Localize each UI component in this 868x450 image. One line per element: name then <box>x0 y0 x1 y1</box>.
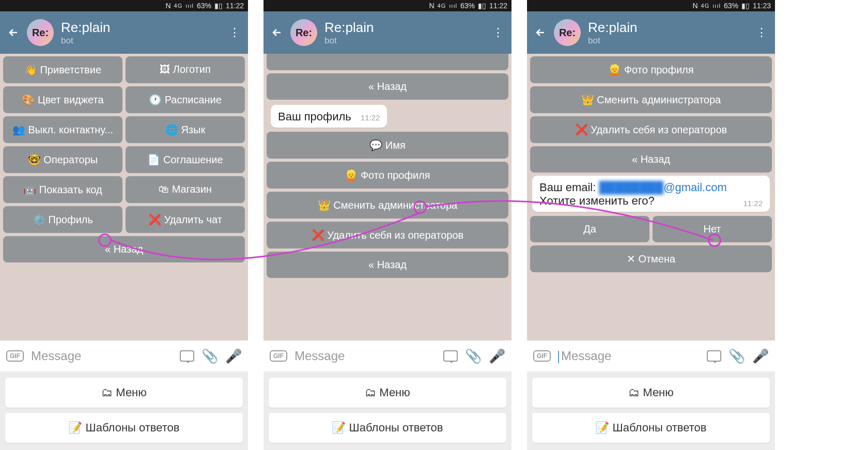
battery-glyph: ▮▯ <box>741 2 750 10</box>
btn-greeting[interactable]: 👋 Приветствие <box>3 56 122 83</box>
chat-header: Re: Re:plain bot ⋮ <box>264 11 512 54</box>
attach-icon[interactable]: 📎 <box>202 348 218 364</box>
message-input[interactable]: Message <box>558 349 700 363</box>
message-time: 11:22 <box>361 113 380 122</box>
reply-keyboard: 🗂 Меню 📝 Шаблоны ответов <box>0 371 248 450</box>
attach-icon[interactable]: 📎 <box>465 348 482 364</box>
status-bar: N 4G ıııl 63% ▮▯ 11:23 <box>527 0 775 11</box>
templates-button[interactable]: 📝 Шаблоны ответов <box>5 413 243 443</box>
btn-language[interactable]: 🌐 Язык <box>126 116 245 143</box>
btn-back-bottom[interactable]: « Назад <box>267 252 508 278</box>
btn-prev-item[interactable] <box>267 54 508 70</box>
btn-contact-off[interactable]: 👥 Выкл. контактну... <box>3 116 122 143</box>
avatar[interactable]: Re: <box>554 19 581 46</box>
menu-button[interactable]: 🗂 Меню <box>5 378 243 408</box>
btn-remove-self[interactable]: ❌ Удалить себя из операторов <box>530 116 772 143</box>
title-block[interactable]: Re:plain bot <box>324 20 485 46</box>
more-icon[interactable]: ⋮ <box>755 26 768 39</box>
chat-area-3: 👱 Фото профиля 👑 Сменить администратора … <box>527 54 775 340</box>
chat-title: Re:plain <box>324 20 485 36</box>
btn-profile[interactable]: ⚙️ Профиль <box>3 206 122 233</box>
menu-button[interactable]: 🗂 Меню <box>269 378 506 408</box>
phone-screen-1: N 4G ıııl 63% ▮▯ 11:22 Re: Re:plain bot … <box>0 0 248 450</box>
btn-change-admin[interactable]: 👑 Сменить администратора <box>530 86 772 113</box>
avatar[interactable]: Re: <box>27 19 54 46</box>
keyboard-icon[interactable] <box>707 350 721 362</box>
chat-subtitle: bot <box>61 36 221 46</box>
gif-button[interactable]: GIF <box>533 350 551 362</box>
keyboard-icon[interactable] <box>443 350 458 362</box>
nfc-icon: N <box>165 2 171 10</box>
mic-icon[interactable]: 🎤 <box>489 348 505 364</box>
btn-back[interactable]: « Назад <box>3 236 245 262</box>
message-bubble-email: Ваш email: ████████@gmail.com Хотите изм… <box>532 176 770 212</box>
message-bubble: Ваш профиль 11:22 <box>271 105 387 128</box>
status-time: 11:22 <box>489 2 507 10</box>
chat-header: Re: Re:plain bot ⋮ <box>0 11 248 54</box>
btn-back-top[interactable]: « Назад <box>267 73 508 100</box>
btn-schedule[interactable]: 🕐 Расписание <box>126 86 245 113</box>
btn-photo[interactable]: 👱 Фото профиля <box>267 162 508 189</box>
message-time: 11:22 <box>743 199 763 208</box>
title-block[interactable]: Re:plain bot <box>61 20 221 46</box>
message-text: Ваш профиль <box>278 110 351 123</box>
gif-button[interactable]: GIF <box>270 350 287 362</box>
more-icon[interactable]: ⋮ <box>492 26 504 39</box>
input-bar: GIF Message 📎 🎤 <box>264 340 512 371</box>
attach-icon[interactable]: 📎 <box>729 348 745 364</box>
network-icon: 4G <box>438 3 446 9</box>
btn-logo[interactable]: 🖼 Логотип <box>126 56 245 83</box>
btn-operators[interactable]: 🤓 Операторы <box>3 146 122 173</box>
chat-area-1: 👋 Приветствие🖼 Логотип 🎨 Цвет виджета🕐 Р… <box>0 54 248 340</box>
email-blurred: ████████ <box>599 181 663 194</box>
status-time: 11:23 <box>753 2 771 10</box>
signal-icon: ıııl <box>185 3 194 9</box>
mic-icon[interactable]: 🎤 <box>752 348 769 364</box>
btn-back[interactable]: « Назад <box>530 146 772 173</box>
more-icon[interactable]: ⋮ <box>228 26 241 39</box>
btn-yes[interactable]: Да <box>530 216 649 242</box>
chat-title: Re:plain <box>588 20 748 36</box>
btn-delete-chat[interactable]: ❌ Удалить чат <box>126 206 245 233</box>
keyboard-icon[interactable] <box>180 350 194 362</box>
chat-subtitle: bot <box>324 36 485 46</box>
btn-show-code[interactable]: 🤖 Показать код <box>3 176 122 203</box>
back-arrow-icon[interactable] <box>7 26 20 39</box>
status-bar: N 4G ıııl 63% ▮▯ 11:22 <box>264 0 512 11</box>
avatar[interactable]: Re: <box>290 19 317 46</box>
nfc-icon: N <box>429 2 434 10</box>
reply-keyboard: 🗂 Меню 📝 Шаблоны ответов <box>527 371 775 450</box>
message-input[interactable]: Message <box>31 349 173 363</box>
signal-icon: ıııl <box>712 3 721 9</box>
message-input[interactable]: Message <box>295 349 436 363</box>
battery-icon: 63% <box>197 2 211 10</box>
gif-button[interactable]: GIF <box>6 350 24 362</box>
back-arrow-icon[interactable] <box>271 26 283 39</box>
btn-agreement[interactable]: 📄 Соглашение <box>126 146 245 173</box>
chat-title: Re:plain <box>61 20 221 36</box>
btn-cancel[interactable]: ✕ Отмена <box>530 245 772 272</box>
btn-photo[interactable]: 👱 Фото профиля <box>530 56 772 83</box>
btn-change-admin[interactable]: 👑 Сменить администратора <box>267 192 508 219</box>
network-icon: 4G <box>174 3 183 9</box>
templates-button[interactable]: 📝 Шаблоны ответов <box>269 413 506 443</box>
templates-button[interactable]: 📝 Шаблоны ответов <box>532 413 770 443</box>
btn-widget-color[interactable]: 🎨 Цвет виджета <box>3 86 122 113</box>
menu-button[interactable]: 🗂 Меню <box>532 378 770 408</box>
status-bar: N 4G ıııl 63% ▮▯ 11:22 <box>0 0 248 11</box>
email-question: Хотите изменить его? <box>539 194 655 208</box>
btn-name[interactable]: 💬 Имя <box>267 132 508 159</box>
phone-screen-2: N 4G ıııl 63% ▮▯ 11:22 Re: Re:plain bot … <box>264 0 512 450</box>
input-bar: GIF Message 📎 🎤 <box>0 340 248 371</box>
network-icon: 4G <box>701 3 710 9</box>
back-arrow-icon[interactable] <box>534 26 547 39</box>
reply-keyboard: 🗂 Меню 📝 Шаблоны ответов <box>264 371 512 450</box>
mic-icon[interactable]: 🎤 <box>225 348 242 364</box>
btn-no[interactable]: Нет <box>653 216 772 242</box>
nfc-icon: N <box>692 2 698 10</box>
title-block[interactable]: Re:plain bot <box>588 20 748 46</box>
battery-glyph: ▮▯ <box>214 2 223 10</box>
btn-store[interactable]: 🛍 Магазин <box>126 176 245 203</box>
email-suffix: @gmail.com <box>663 181 727 194</box>
btn-remove-self[interactable]: ❌ Удалить себя из операторов <box>267 222 508 249</box>
